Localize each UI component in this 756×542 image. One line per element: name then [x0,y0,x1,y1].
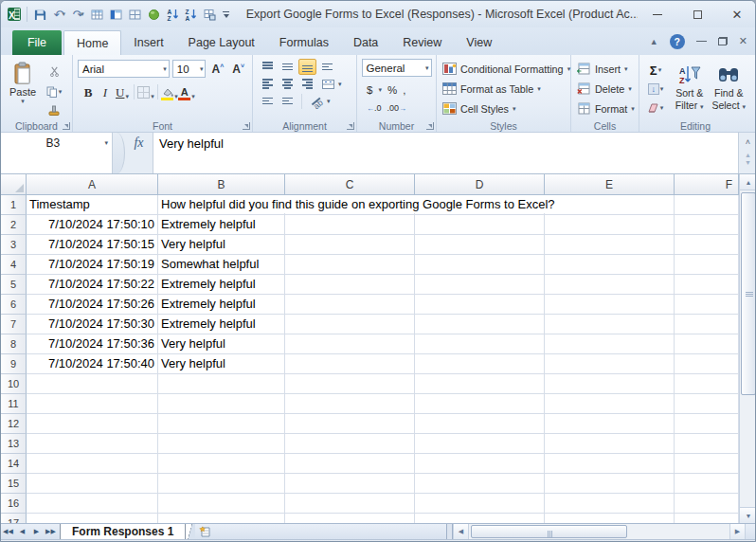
cell-F6[interactable] [675,295,739,315]
row-header-6[interactable]: 6 [1,295,27,315]
dropdown-caret-icon[interactable]: ▾ [191,93,195,100]
qat-customize-button[interactable] [220,4,233,25]
tab-formulas[interactable]: Formulas [267,30,341,55]
close-button[interactable]: ✕ [717,1,756,27]
green-sphere-icon[interactable] [144,4,163,25]
format-painter-button[interactable] [42,102,66,119]
maximize-button[interactable] [677,1,717,27]
tab-view[interactable]: View [454,30,504,55]
cell-F5[interactable] [675,275,739,295]
scroll-down-icon[interactable]: ▼ [745,159,751,167]
cell-D11[interactable] [415,394,545,414]
column-header-F[interactable]: F [675,174,739,195]
cell-B9[interactable]: Very helpful [158,354,285,374]
column-header-D[interactable]: D [415,174,545,195]
cell-B1[interactable]: How helpful did you find this guide on e… [158,195,285,215]
cell-C6[interactable] [285,295,415,315]
insert-worksheet-button[interactable] [195,524,216,539]
cell-C3[interactable] [285,235,415,255]
cell-B16[interactable] [158,494,285,514]
font-family-select[interactable]: Arial▾ [78,60,170,78]
wrap-text-button[interactable] [318,59,336,75]
copy-button[interactable]: ▾ [42,83,66,100]
italic-button[interactable]: I [97,82,114,101]
collapse-ribbon-icon[interactable]: ▲ [650,37,658,46]
sort-az-icon[interactable]: AZ [163,4,182,25]
cell-A6[interactable]: 7/10/2024 17:50:26 [27,295,158,315]
row-header-10[interactable]: 10 [1,374,27,394]
insert-cells-button[interactable]: Insert ▾ [574,60,636,78]
dropdown-caret-icon[interactable]: ▾ [660,104,664,112]
cell-A1[interactable]: Timestamp [27,195,158,215]
clipboard-dialog-launcher[interactable] [63,122,70,130]
cell-D12[interactable] [415,414,545,434]
tab-page-layout[interactable]: Page Layout [176,30,267,55]
cell-F2[interactable] [675,215,739,235]
cell-E9[interactable] [545,354,675,374]
cell-F12[interactable] [675,414,739,434]
dropdown-caret-icon[interactable]: ▾ [628,85,632,93]
cell-B4[interactable]: Somewhat helpful [158,255,285,275]
row-header-9[interactable]: 9 [1,354,27,374]
cell-D5[interactable] [415,275,545,295]
dropdown-caret-icon[interactable]: ▾ [200,65,204,73]
decrease-decimal-button[interactable]: .00→ [387,103,407,113]
number-format-select[interactable]: General▾ [362,59,432,77]
cell-A9[interactable]: 7/10/2024 17:50:40 [27,354,158,374]
select-all-corner[interactable] [1,174,27,195]
dropdown-caret-icon[interactable]: ▾ [660,85,664,93]
tab-insert[interactable]: Insert [121,30,175,55]
grid-icon[interactable] [125,4,144,25]
cell-A13[interactable] [27,434,158,454]
cell-B17[interactable] [158,514,285,523]
help-icon[interactable]: ? [670,34,685,49]
cell-E12[interactable] [545,414,675,434]
vertical-scrollbar-thumb[interactable] [741,192,756,395]
cell-A7[interactable]: 7/10/2024 17:50:30 [27,315,158,334]
cell-A11[interactable] [27,394,158,414]
cell-F11[interactable] [675,394,739,414]
align-right-button[interactable] [298,76,316,92]
row-header-7[interactable]: 7 [1,315,27,334]
previous-sheet-button[interactable]: ◀ [15,524,29,539]
cell-B5[interactable]: Extremely helpful [158,275,285,295]
dropdown-caret-icon[interactable]: ▾ [151,93,154,100]
workbook-restore-icon[interactable] [718,37,728,45]
conditional-formatting-button[interactable]: Conditional Formatting ▾ [440,60,567,78]
dropdown-caret-icon[interactable]: ▾ [425,64,429,72]
cell-C10[interactable] [285,374,415,394]
column-header-C[interactable]: C [285,174,415,195]
row-header-14[interactable]: 14 [1,454,27,474]
format-cells-button[interactable]: Format ▾ [574,99,636,117]
dropdown-caret-icon[interactable]: ▾ [378,86,382,94]
workbook-minimize-icon[interactable] [696,41,707,42]
borders-button[interactable]: ▾ [137,82,154,101]
cell-D4[interactable] [415,255,545,275]
font-dialog-launcher[interactable] [243,122,250,130]
cell-F17[interactable] [675,514,739,523]
increase-indent-button[interactable] [279,93,297,109]
tab-home[interactable]: Home [63,30,121,55]
font-color-button[interactable]: A ▾ [178,82,195,101]
increase-decimal-button[interactable]: ←.0 [367,103,382,113]
row-header-11[interactable]: 11 [1,394,27,414]
cell-C9[interactable] [285,354,415,374]
cell-A16[interactable] [27,494,158,514]
cell-E4[interactable] [545,255,675,275]
cell-D13[interactable] [415,434,545,454]
cell-D3[interactable] [415,235,545,255]
row-header-3[interactable]: 3 [1,235,27,255]
merge-center-button[interactable] [318,76,336,92]
dropdown-caret-icon[interactable]: ▾ [624,65,628,73]
cell-C4[interactable] [285,255,415,275]
scroll-up-icon[interactable]: ▲ [745,152,751,159]
dropdown-caret-icon[interactable]: ▾ [567,65,571,73]
cell-C14[interactable] [285,454,415,474]
minimize-button[interactable] [638,1,677,27]
accounting-format-button[interactable]: $ [367,84,372,96]
sort-filter-button[interactable]: AZ Sort &Filter ▾ [670,58,710,119]
increase-font-button[interactable]: A˄ [208,63,226,76]
cell-F3[interactable] [675,235,739,255]
cell-E5[interactable] [545,275,675,295]
tab-data[interactable]: Data [341,30,390,55]
